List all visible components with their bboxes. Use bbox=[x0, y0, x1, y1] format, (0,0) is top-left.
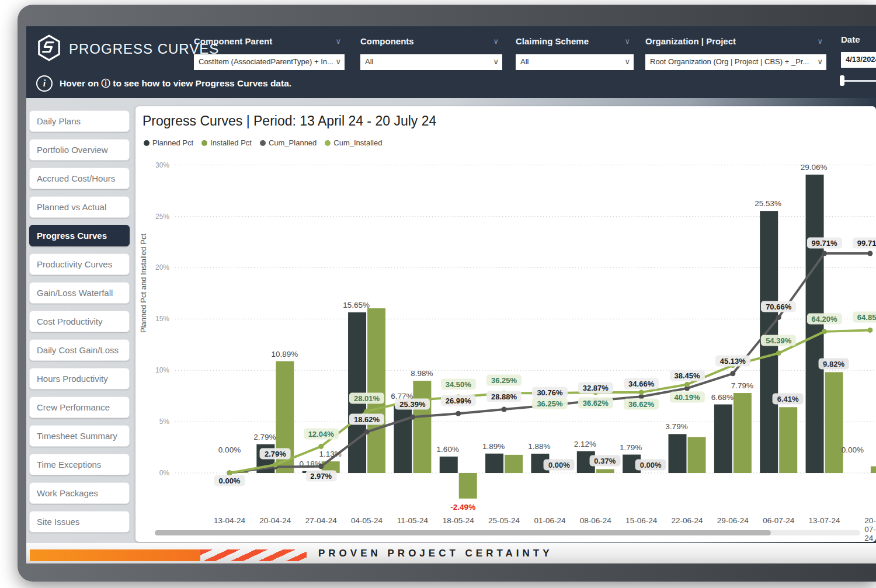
chevron-down-icon: ∨ bbox=[817, 57, 823, 66]
component-parent-select[interactable]: CostItem (AssociatedParentType) + In...∨ bbox=[194, 54, 345, 70]
label-planned-01-06-24: 1.88% bbox=[528, 441, 550, 450]
marker-cum_planned-20-07-24[interactable] bbox=[867, 250, 872, 256]
sidebar-item-site-issues[interactable]: Site Issues bbox=[29, 511, 130, 533]
bar-installed-29-06-24[interactable] bbox=[734, 393, 752, 473]
sidebar-item-accrued-cost-hours[interactable]: Accrued Cost/Hours bbox=[29, 168, 130, 189]
marker-cum_installed-15-06-24[interactable] bbox=[639, 389, 644, 395]
sidebar-item-hours-productivity[interactable]: Hours Productivity bbox=[29, 368, 130, 389]
marker-cum_planned-04-05-24[interactable] bbox=[364, 429, 370, 434]
date-filter-label: Date bbox=[841, 34, 876, 44]
bar-installed-13-07-24[interactable] bbox=[825, 372, 843, 473]
sidebar-item-time-exceptions[interactable]: Time Exceptions bbox=[29, 454, 130, 475]
marker-cum_planned-18-05-24[interactable] bbox=[456, 411, 461, 416]
chevron-down-icon[interactable]: ∨ bbox=[817, 37, 823, 46]
marker-cum_installed-20-07-24[interactable] bbox=[867, 328, 872, 333]
bar-planned-29-06-24[interactable] bbox=[714, 405, 732, 473]
bar-installed-11-05-24[interactable] bbox=[413, 381, 431, 473]
sidebar-item-gain-loss-waterfall[interactable]: Gain/Loss Waterfall bbox=[29, 282, 130, 304]
x-axis-label-13-04-24: 13-04-24 bbox=[214, 516, 245, 525]
filter-organization-project: Organization | Project∨Root Organization… bbox=[645, 36, 826, 46]
filter-component-parent: Component Parent∨CostItem (AssociatedPar… bbox=[194, 36, 345, 46]
sidebar-item-work-packages[interactable]: Work Packages bbox=[29, 482, 130, 504]
sidebar-item-crew-performance[interactable]: Crew Performance bbox=[29, 396, 130, 418]
footer-tagline: PROVEN PROJECT CERTAINTY bbox=[318, 548, 553, 559]
bar-planned-25-05-24[interactable] bbox=[485, 454, 503, 473]
label-installed-11-05-24: 8.98% bbox=[411, 369, 433, 378]
label-planned-13-04-24: 0.00% bbox=[218, 446, 241, 454]
label-cum-planned-08-06-24: 32.87% bbox=[578, 382, 613, 394]
marker-cum_installed-20-04-24[interactable] bbox=[273, 462, 278, 468]
bar-installed-06-07-24[interactable] bbox=[779, 407, 797, 473]
components-select[interactable]: All∨ bbox=[360, 54, 502, 70]
date-input[interactable]: 4/13/2024 bbox=[841, 52, 876, 68]
footer-banner: PROVEN PROJECT CERTAINTY bbox=[26, 543, 876, 563]
label-cum-installed-04-05-24: 28.01% bbox=[349, 393, 384, 404]
marker-cum_installed-27-04-24[interactable] bbox=[318, 444, 324, 449]
marker-cum_planned-13-07-24[interactable] bbox=[822, 250, 827, 256]
marker-cum_planned-25-05-24[interactable] bbox=[502, 407, 507, 412]
chevron-down-icon: ∨ bbox=[624, 57, 630, 66]
label-cum-installed-20-07-24: 64.85% bbox=[853, 312, 876, 323]
x-axis-label-06-07-24: 06-07-24 bbox=[763, 516, 794, 525]
date-slider-handle[interactable] bbox=[840, 75, 844, 86]
bar-installed-08-06-24[interactable] bbox=[596, 469, 614, 473]
y-axis-tick: 10% bbox=[155, 366, 169, 374]
sidebar-item-daily-cost-gain-loss[interactable]: Daily Cost Gain/Loss bbox=[29, 339, 130, 361]
horizontal-scrollbar[interactable] bbox=[155, 530, 860, 535]
label-planned-29-06-24: 6.68% bbox=[711, 392, 734, 401]
sidebar-nav: Daily PlansPortfolio OverviewAccrued Cos… bbox=[29, 110, 130, 540]
sidebar-item-progress-curves[interactable]: Progress Curves bbox=[29, 225, 130, 246]
y-axis-tick: 25% bbox=[155, 213, 169, 221]
marker-cum_installed-06-07-24[interactable] bbox=[776, 350, 781, 356]
x-axis-label-18-05-24: 18-05-24 bbox=[443, 516, 474, 525]
label-installed-15-06-24: 0.00% bbox=[635, 460, 666, 471]
bar-planned-22-06-24[interactable] bbox=[669, 434, 687, 473]
chevron-down-icon[interactable]: ∨ bbox=[493, 37, 499, 46]
marker-cum_planned-11-05-24[interactable] bbox=[410, 415, 415, 420]
sidebar-item-portfolio-overview[interactable]: Portfolio Overview bbox=[29, 139, 130, 161]
info-icon[interactable]: i bbox=[36, 75, 53, 92]
bar-planned-18-05-24[interactable] bbox=[440, 457, 458, 473]
main-area: Daily PlansPortfolio OverviewAccrued Cos… bbox=[26, 98, 876, 543]
marker-cum_installed-13-07-24[interactable] bbox=[822, 329, 827, 334]
sidebar-item-productivity-curves[interactable]: Productivity Curves bbox=[29, 253, 130, 275]
bar-installed-04-05-24[interactable] bbox=[367, 308, 385, 473]
label-installed-01-06-24: 0.00% bbox=[544, 460, 575, 471]
marker-cum_installed-22-06-24[interactable] bbox=[684, 382, 690, 387]
label-planned-22-06-24: 3.79% bbox=[665, 422, 687, 431]
x-axis-label-22-06-24: 22-06-24 bbox=[671, 516, 703, 525]
x-axis-label-27-04-24: 27-04-24 bbox=[305, 516, 337, 525]
chevron-down-icon[interactable]: ∨ bbox=[624, 37, 630, 46]
app-root: PROGRESS CURVES Component Parent∨CostIte… bbox=[26, 26, 876, 563]
organization-project-select[interactable]: Root Organization (Org | Project | CBS) … bbox=[645, 54, 826, 70]
sidebar-item-daily-plans[interactable]: Daily Plans bbox=[29, 110, 130, 132]
label-planned-06-07-24: 25.53% bbox=[755, 199, 781, 208]
filter-organization-project-label: Organization | Project bbox=[645, 36, 826, 46]
label-planned-13-07-24: 29.06% bbox=[801, 163, 828, 172]
label-installed-27-04-24: 1.13% bbox=[319, 450, 342, 458]
chevron-down-icon[interactable]: ∨ bbox=[335, 37, 341, 46]
horizontal-scrollbar-thumb[interactable] bbox=[155, 530, 771, 535]
label-planned-04-05-24: 15.65% bbox=[343, 300, 370, 309]
bar-installed-20-07-24[interactable] bbox=[871, 467, 876, 473]
chart-card: Progress Curves | Period: 13 April 24 - … bbox=[135, 106, 876, 542]
sidebar-item-cost-productivity[interactable]: Cost Productivity bbox=[29, 311, 130, 332]
sidebar-item-planned-vs-actual[interactable]: Planned vs Actual bbox=[29, 196, 130, 218]
app-logo: PROGRESS CURVES bbox=[36, 34, 219, 64]
label-installed-18-05-24: -2.49% bbox=[450, 502, 475, 511]
label-cum-planned-29-06-24: 45.13% bbox=[715, 355, 750, 366]
marker-cum_planned-06-07-24[interactable] bbox=[776, 315, 781, 320]
label-cum-planned-20-07-24: 99.71% bbox=[853, 237, 876, 248]
marker-cum_planned-29-06-24[interactable] bbox=[730, 371, 735, 376]
bar-installed-22-06-24[interactable] bbox=[688, 437, 706, 473]
y-axis-tick: 20% bbox=[155, 263, 169, 272]
bar-installed-25-05-24[interactable] bbox=[505, 455, 523, 473]
bar-planned-11-05-24[interactable] bbox=[394, 403, 412, 473]
sidebar-item-timesheet-summary[interactable]: Timesheet Summary bbox=[29, 425, 130, 447]
filter-date: Date 4/13/2024 bbox=[841, 34, 876, 44]
label-installed-13-07-24: 9.82% bbox=[818, 359, 849, 370]
claiming-scheme-select[interactable]: All∨ bbox=[516, 54, 634, 70]
bar-installed-18-05-24[interactable] bbox=[459, 473, 477, 499]
date-slider[interactable] bbox=[840, 75, 876, 86]
label-cum-planned-18-05-24: 26.99% bbox=[441, 395, 476, 406]
